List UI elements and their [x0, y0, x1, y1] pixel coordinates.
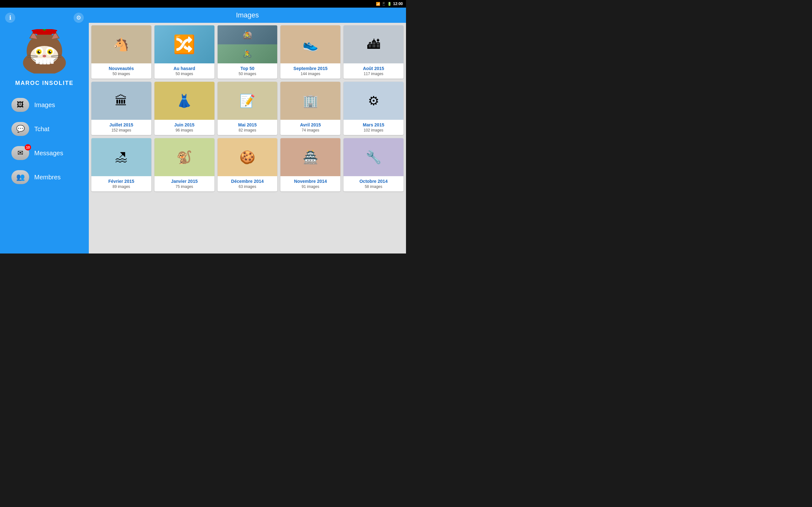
top-bar: Images	[89, 8, 406, 23]
card-info-fevrier-2015: Février 2015 89 images	[91, 176, 151, 191]
gallery-card-novembre-2014[interactable]: 🏯 Novembre 2014 91 images	[281, 138, 340, 191]
card-image-icon-avril-2015: 🏢	[303, 94, 318, 108]
gallery-card-mars-2015[interactable]: ⚙ Mars 2015 102 images	[344, 82, 403, 135]
svg-point-17	[49, 51, 52, 54]
gallery-area[interactable]: 🐴 Nouveautés 50 images 🔀 Au hasard 50 im…	[89, 23, 406, 253]
card-image-novembre-2014: 🏯	[281, 138, 340, 176]
sidebar-item-images[interactable]: 🖼 Images	[6, 95, 83, 115]
card-title-mai-2015: Mai 2015	[220, 122, 275, 127]
card-title-juin-2015: Juin 2015	[157, 122, 212, 127]
card-image-icon-novembre-2014: 🏯	[303, 150, 318, 165]
sidebar-item-tchat[interactable]: 💬 Tchat	[6, 119, 83, 139]
card-image-icon-mars-2015: ⚙	[368, 94, 379, 108]
gallery-card-mai-2015[interactable]: 📝 Mai 2015 82 images	[217, 82, 277, 135]
gallery-card-septembre-2015[interactable]: 👟 Septembre 2015 144 images	[281, 25, 340, 78]
card-image-aout-2015: 🏙	[344, 25, 403, 63]
gallery-card-janvier-2015[interactable]: 🐒 Janvier 2015 75 images	[154, 138, 214, 191]
card-image-juin-2015: 👗	[154, 82, 214, 120]
card-info-octobre-2014: Octobre 2014 58 images	[344, 176, 403, 191]
svg-point-16	[38, 51, 41, 54]
card-image-icon-fevrier-2015: 🏖	[115, 150, 128, 164]
card-image-mars-2015: ⚙	[344, 82, 403, 120]
card-count-au-hasard: 50 images	[157, 72, 212, 76]
svg-rect-21	[36, 59, 39, 64]
info-button[interactable]: ℹ	[5, 13, 15, 23]
card-image-au-hasard: 🔀	[154, 25, 214, 63]
card-info-au-hasard: Au hasard 50 images	[154, 63, 214, 78]
gallery-grid: 🐴 Nouveautés 50 images 🔀 Au hasard 50 im…	[91, 25, 403, 191]
top50-upper: 🚵	[217, 25, 277, 44]
card-image-icon-mai-2015: 📝	[240, 94, 255, 108]
card-info-decembre-2014: Décembre 2014 63 images	[217, 176, 277, 191]
card-image-decembre-2014: 🍪	[217, 138, 277, 176]
card-count-aout-2015: 117 images	[346, 72, 401, 76]
card-count-avril-2015: 74 images	[283, 128, 338, 132]
messages-icon-wrap: ✉ 10	[11, 146, 29, 160]
gallery-card-juin-2015[interactable]: 👗 Juin 2015 96 images	[154, 82, 214, 135]
card-count-mai-2015: 82 images	[220, 128, 275, 132]
gallery-card-octobre-2014[interactable]: 🔧 Octobre 2014 58 images	[344, 138, 403, 191]
card-title-avril-2015: Avril 2015	[283, 122, 338, 127]
membres-icon: 👥	[16, 173, 25, 181]
card-image-avril-2015: 🏢	[281, 82, 340, 120]
svg-line-29	[51, 57, 61, 57]
card-title-decembre-2014: Décembre 2014	[220, 179, 275, 184]
card-title-novembre-2014: Novembre 2014	[283, 179, 338, 184]
settings-icon: ⚙	[76, 14, 81, 21]
svg-line-27	[28, 57, 38, 57]
card-info-aout-2015: Août 2015 117 images	[344, 63, 403, 78]
svg-rect-25	[50, 59, 54, 64]
wifi-icon: 📶	[376, 2, 380, 6]
svg-rect-24	[47, 59, 50, 64]
sidebar-item-messages[interactable]: ✉ 10 Messages	[6, 143, 83, 163]
card-image-fevrier-2015: 🏖	[91, 138, 151, 176]
settings-button[interactable]: ⚙	[73, 13, 84, 23]
card-image-nouveautes: 🐴	[91, 25, 151, 63]
gallery-card-au-hasard[interactable]: 🔀 Au hasard 50 images	[154, 25, 214, 78]
card-image-icon-janvier-2015: 🐒	[176, 150, 192, 165]
main-container: ℹ ⚙	[0, 8, 406, 253]
svg-point-18	[39, 51, 40, 52]
card-image-icon-juillet-2015: 🏛	[115, 94, 128, 108]
card-image-icon-octobre-2014: 🔧	[366, 150, 382, 165]
svg-point-20	[43, 55, 46, 57]
card-title-septembre-2015: Septembre 2015	[283, 66, 338, 71]
card-image-juillet-2015: 🏛	[91, 82, 151, 120]
images-icon: 🖼	[17, 101, 24, 109]
card-info-janvier-2015: Janvier 2015 75 images	[154, 176, 214, 191]
card-title-fevrier-2015: Février 2015	[94, 179, 149, 184]
card-title-aout-2015: Août 2015	[346, 66, 401, 71]
card-image-icon-juin-2015: 👗	[176, 94, 192, 108]
card-image-janvier-2015: 🐒	[154, 138, 214, 176]
card-title-mars-2015: Mars 2015	[346, 122, 401, 127]
gallery-card-juillet-2015[interactable]: 🏛 Juillet 2015 152 images	[91, 82, 151, 135]
card-title-top50: Top 50	[220, 66, 275, 71]
sidebar-top-icons: ℹ ⚙	[0, 13, 89, 26]
membres-label: Membres	[34, 174, 61, 181]
card-image-icon-aout-2015: 🏙	[367, 38, 380, 52]
card-count-juin-2015: 96 images	[157, 128, 212, 132]
battery-icon: 🔋	[387, 2, 392, 6]
info-icon: ℹ	[9, 14, 11, 21]
gallery-card-aout-2015[interactable]: 🏙 Août 2015 117 images	[344, 25, 403, 78]
gallery-card-fevrier-2015[interactable]: 🏖 Février 2015 89 images	[91, 138, 151, 191]
card-count-fevrier-2015: 89 images	[94, 184, 149, 189]
membres-icon-wrap: 👥	[11, 170, 29, 184]
card-info-avril-2015: Avril 2015 74 images	[281, 120, 340, 135]
messages-badge: 10	[25, 144, 31, 151]
gallery-card-decembre-2014[interactable]: 🍪 Décembre 2014 63 images	[217, 138, 277, 191]
tchat-icon-wrap: 💬	[11, 122, 29, 136]
svg-rect-22	[40, 59, 43, 64]
gallery-card-top50[interactable]: 🚵 🚴 Top 50 50 images	[217, 25, 277, 78]
card-title-juillet-2015: Juillet 2015	[94, 122, 149, 127]
gallery-card-nouveautes[interactable]: 🐴 Nouveautés 50 images	[91, 25, 151, 78]
card-count-mars-2015: 102 images	[346, 128, 401, 132]
card-info-mars-2015: Mars 2015 102 images	[344, 120, 403, 135]
gallery-card-avril-2015[interactable]: 🏢 Avril 2015 74 images	[281, 82, 340, 135]
sidebar-item-membres[interactable]: 👥 Membres	[6, 167, 83, 187]
card-count-novembre-2014: 91 images	[283, 184, 338, 189]
tchat-label: Tchat	[34, 125, 49, 133]
card-title-octobre-2014: Octobre 2014	[346, 179, 401, 184]
card-image-mai-2015: 📝	[217, 82, 277, 120]
card-count-janvier-2015: 75 images	[157, 184, 212, 189]
